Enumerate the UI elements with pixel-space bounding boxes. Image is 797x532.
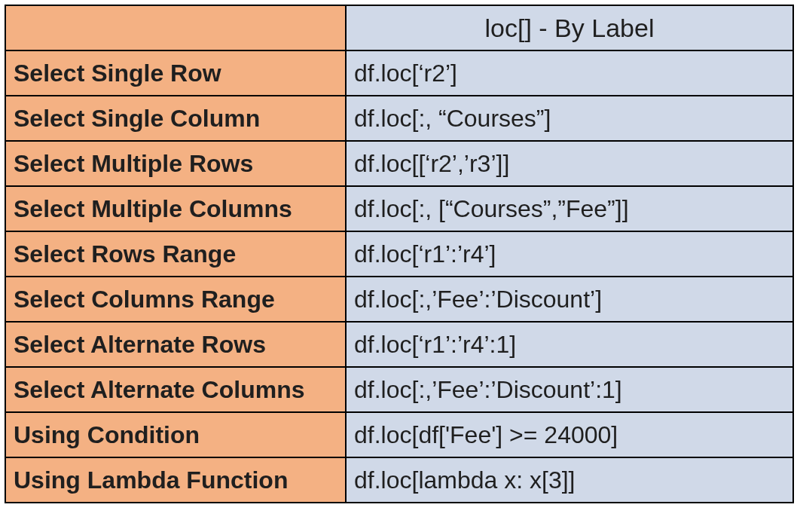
row-label: Select Columns Range (5, 277, 346, 322)
row-label: Select Alternate Columns (5, 367, 346, 412)
row-code: df.loc[‘r2’] (346, 50, 793, 96)
header-title-cell: loc[] - By Label (346, 5, 793, 50)
table-row: Select Columns Range df.loc[:,’Fee’:’Dis… (5, 277, 793, 322)
row-label: Select Alternate Rows (5, 322, 346, 367)
row-label: Select Multiple Columns (5, 186, 346, 231)
table-header-row: loc[] - By Label (5, 5, 793, 50)
table-row: Using Lambda Function df.loc[lambda x: x… (5, 457, 793, 503)
loc-reference-table: loc[] - By Label Select Single Row df.lo… (5, 5, 794, 503)
table-row: Select Single Row df.loc[‘r2’] (5, 50, 793, 96)
row-code: df.loc[:,’Fee’:’Discount’] (346, 277, 793, 322)
table-row: Select Rows Range df.loc[‘r1’:’r4’] (5, 231, 793, 277)
row-code: df.loc[df['Fee'] >= 24000] (346, 412, 793, 457)
table-row: Select Alternate Rows df.loc[‘r1’:’r4’:1… (5, 322, 793, 367)
row-label: Select Multiple Rows (5, 141, 346, 186)
row-label: Using Lambda Function (5, 457, 346, 503)
row-code: df.loc[:, [“Courses”,”Fee”]] (346, 186, 793, 231)
table-row: Using Condition df.loc[df['Fee'] >= 2400… (5, 412, 793, 457)
row-code: df.loc[lambda x: x[3]] (346, 457, 793, 503)
row-code: df.loc[:,’Fee’:’Discount’:1] (346, 367, 793, 412)
table-row: Select Multiple Rows df.loc[[‘r2’,’r3’]] (5, 141, 793, 186)
row-code: df.loc[‘r1’:’r4’:1] (346, 322, 793, 367)
table-row: Select Multiple Columns df.loc[:, [“Cour… (5, 186, 793, 231)
table-row: Select Single Column df.loc[:, “Courses”… (5, 96, 793, 141)
row-label: Select Single Row (5, 50, 346, 96)
row-label: Using Condition (5, 412, 346, 457)
table-row: Select Alternate Columns df.loc[:,’Fee’:… (5, 367, 793, 412)
header-empty-cell (5, 5, 346, 50)
row-label: Select Single Column (5, 96, 346, 141)
row-code: df.loc[[‘r2’,’r3’]] (346, 141, 793, 186)
row-code: df.loc[:, “Courses”] (346, 96, 793, 141)
row-code: df.loc[‘r1’:’r4’] (346, 231, 793, 277)
row-label: Select Rows Range (5, 231, 346, 277)
